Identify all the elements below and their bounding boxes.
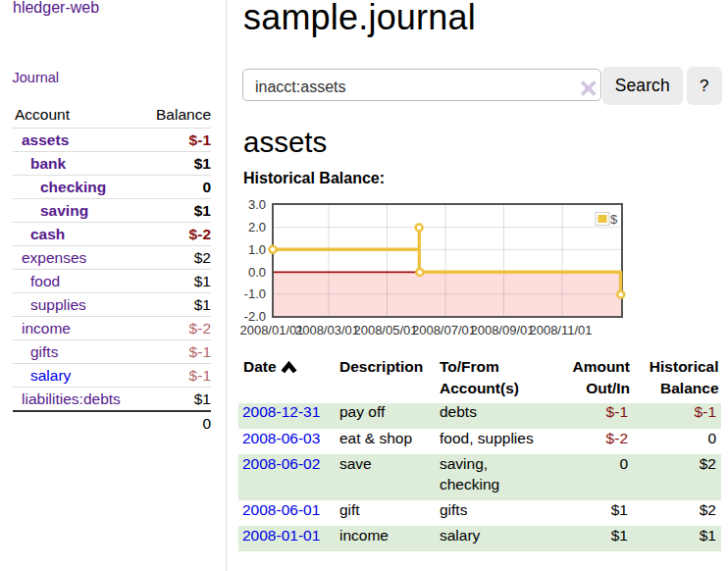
svg-text:3.0: 3.0 <box>248 197 266 212</box>
svg-text:1.0: 1.0 <box>248 242 266 257</box>
svg-text:2008/01/01: 2008/01/01 <box>239 323 303 337</box>
svg-text:$: $ <box>610 212 618 227</box>
svg-text:2008/07/01: 2008/07/01 <box>412 323 476 337</box>
svg-text:2008/05/01: 2008/05/01 <box>353 323 417 337</box>
svg-text:2.0: 2.0 <box>248 220 266 234</box>
svg-text:0.0: 0.0 <box>248 265 266 280</box>
svg-text:-1.0: -1.0 <box>244 286 266 301</box>
svg-text:2008/03/01: 2008/03/01 <box>295 323 359 337</box>
svg-text:2008/11/01: 2008/11/01 <box>529 323 592 337</box>
svg-text:2008/09/01: 2008/09/01 <box>470 323 534 337</box>
